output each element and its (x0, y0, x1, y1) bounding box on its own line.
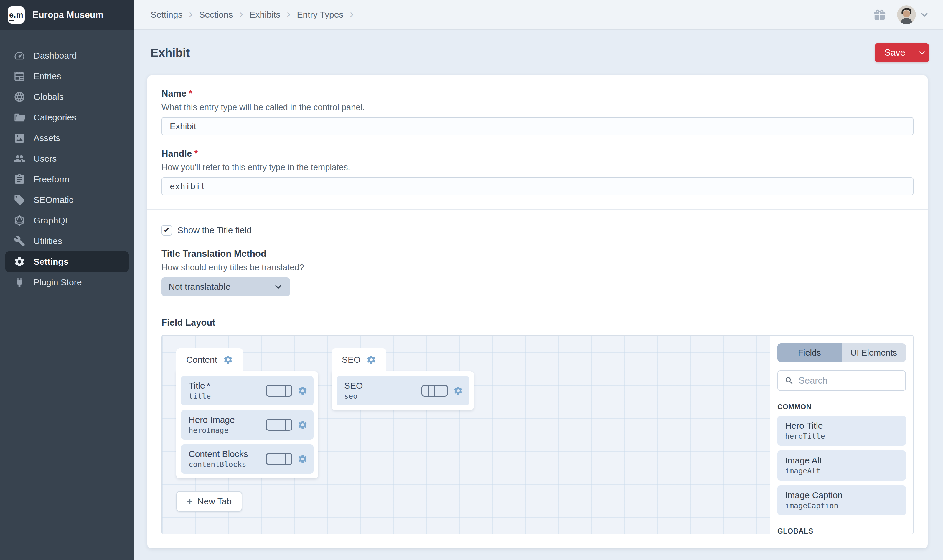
show-title-checkbox[interactable]: ✔ (162, 225, 172, 235)
tab-ui-elements[interactable]: UI Elements (842, 343, 906, 362)
field-width-picker[interactable] (421, 385, 448, 397)
name-label: Name (162, 88, 186, 98)
field-width-picker[interactable] (266, 385, 292, 397)
picker-field-image-caption[interactable]: Image Caption imageCaption (777, 485, 906, 515)
app-title: Europa Museum (32, 10, 103, 20)
sidebar-item-settings[interactable]: Settings (5, 251, 129, 272)
tag-icon (14, 194, 25, 206)
breadcrumb-separator: › (239, 9, 243, 19)
page-title: Exhibit (151, 46, 190, 60)
field-settings-gear-icon[interactable] (453, 386, 463, 396)
wrench-icon (14, 235, 25, 247)
clipboard-icon (14, 174, 25, 185)
save-button[interactable]: Save (875, 43, 915, 62)
show-title-checkbox-row[interactable]: ✔ Show the Title field (162, 225, 914, 235)
plus-icon: + (187, 496, 193, 506)
breadcrumb-exhibits[interactable]: Exhibits (249, 10, 280, 20)
breadcrumb: Settings › Sections › Exhibits › Entry T… (151, 9, 353, 20)
field-layout-designer: Content Title * title (162, 335, 914, 534)
picker-field-image-alt[interactable]: Image Alt imageAlt (777, 451, 906, 480)
layout-field-title[interactable]: Title * title (181, 376, 313, 405)
sidebar-item-users[interactable]: Users (5, 148, 129, 169)
sidebar-item-globals[interactable]: Globals (5, 86, 129, 107)
breadcrumb-separator: › (350, 9, 353, 19)
selected-option: Not translatable (168, 282, 230, 292)
new-tab-button[interactable]: + New Tab (176, 491, 242, 512)
tab-header-content[interactable]: Content (176, 348, 243, 371)
sidebar-item-freeform[interactable]: Freeform (5, 169, 129, 189)
app-logo: e.m (8, 6, 25, 23)
tab-settings-gear-icon[interactable] (366, 355, 376, 365)
avatar[interactable] (897, 5, 916, 24)
graphql-icon (14, 215, 25, 226)
search-icon (784, 376, 794, 385)
search-input[interactable] (799, 375, 914, 386)
handle-instructions: How you'll refer to this entry type in t… (162, 162, 914, 172)
chevron-down-icon (918, 49, 926, 57)
plug-icon (14, 277, 25, 288)
gear-icon (14, 256, 25, 268)
field-width-picker[interactable] (266, 419, 292, 431)
folder-icon (14, 112, 25, 123)
newspaper-icon (14, 70, 25, 82)
page-header: Exhibit Save (134, 30, 943, 75)
layout-field-seo[interactable]: SEO seo (336, 376, 469, 405)
translation-method-field: Title Translation Method How should entr… (162, 249, 914, 296)
field-width-picker[interactable] (266, 453, 292, 465)
save-button-group: Save (875, 43, 929, 62)
sidebar-item-seomatic[interactable]: SEOmatic (5, 189, 129, 210)
chevron-down-icon (274, 283, 282, 291)
name-input[interactable] (162, 117, 914, 135)
tab-fields[interactable]: Fields (777, 343, 842, 362)
show-title-label: Show the Title field (177, 225, 252, 235)
group-heading-common: COMMON (777, 403, 906, 411)
save-menu-button[interactable] (915, 43, 929, 62)
image-icon (14, 132, 25, 144)
entry-type-form-card: Name* What this entry type will be calle… (147, 75, 928, 548)
handle-input[interactable] (162, 177, 914, 195)
name-instructions: What this entry type will be called in t… (162, 102, 914, 112)
breadcrumb-sections[interactable]: Sections (199, 10, 233, 20)
field-layout-label: Field Layout (162, 317, 914, 328)
field-settings-gear-icon[interactable] (298, 386, 308, 396)
sidebar-item-categories[interactable]: Categories (5, 107, 129, 128)
tab-settings-gear-icon[interactable] (223, 355, 233, 365)
required-asterisk: * (188, 88, 192, 98)
layout-field-hero-image[interactable]: Hero Image heroImage (181, 410, 313, 440)
breadcrumb-entry-types[interactable]: Entry Types (297, 10, 344, 20)
app-header[interactable]: e.m Europa Museum (0, 0, 134, 30)
user-menu[interactable] (897, 5, 929, 24)
sidebar-item-plugin-store[interactable]: Plugin Store (5, 272, 129, 293)
field-picker-panel: Fields UI Elements COMMON Hero Title her… (770, 335, 913, 534)
sidebar-item-dashboard[interactable]: Dashboard (5, 45, 129, 66)
name-field: Name* What this entry type will be calle… (162, 88, 914, 135)
gift-icon[interactable] (873, 8, 886, 22)
sidebar-item-assets[interactable]: Assets (5, 128, 129, 148)
users-icon (14, 153, 25, 165)
globe-icon (14, 91, 25, 103)
sidebar-item-utilities[interactable]: Utilities (5, 231, 129, 251)
handle-label: Handle (162, 148, 192, 159)
translation-method-label: Title Translation Method (162, 249, 914, 259)
section-divider (147, 209, 928, 210)
tab-header-seo[interactable]: SEO (332, 348, 386, 371)
gauge-icon (14, 50, 25, 62)
field-layout-workspace: Content Title * title (162, 335, 770, 534)
field-settings-gear-icon[interactable] (298, 420, 308, 430)
layout-field-content-blocks[interactable]: Content Blocks contentBlocks (181, 444, 313, 474)
sidebar-item-graphql[interactable]: GraphQL (5, 210, 129, 231)
breadcrumb-settings[interactable]: Settings (151, 10, 182, 20)
translation-method-select[interactable]: Not translatable (162, 277, 290, 296)
field-search[interactable] (777, 371, 906, 391)
required-asterisk: * (207, 381, 210, 391)
sidebar-item-entries[interactable]: Entries (5, 66, 129, 86)
breadcrumb-separator: › (287, 9, 290, 19)
breadcrumb-separator: › (189, 9, 193, 19)
handle-field: Handle* How you'll refer to this entry t… (162, 148, 914, 195)
sidebar: e.m Europa Museum Dashboard Entries Glob… (0, 0, 134, 560)
picker-field-hero-title[interactable]: Hero Title heroTitle (777, 416, 906, 446)
tab-panel-content: Title * title Hero Image heroImage (176, 371, 318, 478)
field-settings-gear-icon[interactable] (298, 454, 308, 464)
layout-tab-content: Content Title * title (176, 348, 318, 478)
chevron-down-icon[interactable] (920, 10, 929, 19)
